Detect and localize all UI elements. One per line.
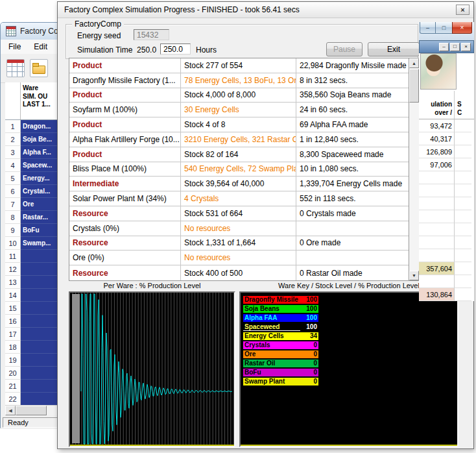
sim-table-cell: Product [69,117,181,132]
sim-table-row[interactable]: ProductStock 82 of 1648,300 Spaceweed ma… [69,147,409,162]
mdi-restore-button[interactable]: □ [450,43,460,51]
mdi-minimize-button[interactable]: – [439,43,449,51]
simulation-turnover-header[interactable]: ulationover / [419,91,455,119]
right-column-row[interactable]: 357,604 [419,262,474,275]
row-number[interactable]: 9 [5,224,21,237]
row-number[interactable]: 21 [5,380,21,393]
right-column-row[interactable]: 40,317 [419,132,474,145]
ware-key-label: Crystals [243,341,300,349]
maximize-button[interactable]: □ [436,22,452,34]
horizontal-scroll-thumb[interactable] [16,406,47,415]
right-column-sc-cell [455,132,471,145]
mdi-child-titlebar[interactable]: – □ × [419,40,474,53]
row-number[interactable]: 16 [5,315,21,328]
row-number[interactable]: 6 [5,185,21,198]
right-column-row[interactable] [419,223,474,236]
sim-table-row[interactable]: Bliss Place M (100%)540 Energy Cells, 72… [69,162,409,177]
menu-edit[interactable]: Edit [34,42,47,51]
scroll-up-button[interactable]: ▲ [409,58,419,68]
sc-column-header[interactable]: SC [455,91,471,119]
sim-table-cell: 8 in 312 secs. [296,73,409,88]
spreadsheet-icon[interactable] [6,59,25,77]
right-column-row[interactable] [419,210,474,223]
right-column-sc-cell [455,275,471,288]
ware-key-panel: Dragonfly Missile100Soja Beans100Alpha F… [239,291,458,447]
sim-table-row[interactable]: Crystals (0%)No resources [69,221,409,236]
right-column-row[interactable] [419,236,474,249]
sim-table-cell: Solar Power Plant M (34%) [69,191,181,206]
row-number[interactable]: 11 [5,250,21,263]
row-number[interactable]: 7 [5,198,21,211]
right-column-row[interactable] [419,275,474,288]
sim-table-row[interactable]: ResourceStock 400 of 5000 Rastar Oil mad… [69,265,409,280]
sim-table-row[interactable]: ProductStock 277 of 55422,984 Dragonfly … [69,58,409,73]
mdi-close-button[interactable]: × [461,43,471,51]
row-number[interactable]: 18 [5,341,21,354]
row-number[interactable]: 2 [5,133,21,146]
row-number[interactable]: 10 [5,237,21,250]
anime-picture [420,53,457,90]
row-number[interactable]: 8 [5,211,21,224]
close-button[interactable]: × [452,22,472,34]
row-number[interactable]: 17 [5,328,21,341]
dialog-titlebar[interactable]: Factory Complex Simulation Progress - FI… [58,2,473,18]
sim-table-row[interactable]: Ore (0%)No resources [69,251,409,265]
right-column-sc-cell [455,171,471,184]
sim-table-cell: Stock 531 of 664 [181,206,296,221]
scroll-down-button[interactable]: ▼ [409,271,419,280]
ware-key-row: Soja Beans100 [243,305,318,313]
minimize-button[interactable]: – [420,22,436,34]
sim-table-row[interactable]: ProductStock 4 of 869 Alpha FAA made [69,117,409,132]
sheet-corner-cell[interactable] [5,82,21,119]
row-number[interactable]: 14 [5,289,21,302]
right-column-sc-cell [455,197,471,210]
row-number[interactable]: 19 [5,354,21,367]
menu-file[interactable]: File [8,42,21,51]
sim-table-row[interactable]: IntermediateStock 39,564 of 40,0001,339,… [69,177,409,191]
sim-table-cell: Resource [69,236,181,251]
right-column-row[interactable] [419,184,474,197]
sim-table-cell: 552 in 118 secs. [296,191,409,206]
open-folder-icon[interactable] [30,59,48,77]
right-column-row[interactable] [419,171,474,184]
ware-key-value: 100 [300,296,318,304]
row-number[interactable]: 22 [5,393,21,406]
group-legend: FactoryComp [72,19,124,29]
ware-key-label: Ore [243,350,300,358]
sim-table-row[interactable]: Soyfarm M (100%)30 Energy Cells24 in 60 … [69,103,409,117]
sim-table-cell: Ore (0%) [69,251,181,265]
scroll-left-button[interactable]: ◀ [5,406,16,415]
sim-table-row[interactable]: ResourceStock 1,331 of 1,6640 Ore made [69,236,409,251]
right-column-row[interactable] [419,249,474,262]
right-column-sc-cell [455,262,471,275]
right-column-row[interactable]: 93,472 [419,119,474,132]
sim-table-row[interactable]: ResourceStock 531 of 6640 Crystals made [69,206,409,221]
sim-table-row[interactable]: Solar Power Plant M (34%)4 Crystals552 i… [69,191,409,206]
sim-time-input[interactable]: 250.0 [160,43,191,55]
exit-button[interactable]: Exit [368,42,420,56]
right-column-row[interactable]: 126,809 [419,145,474,158]
left-chart-title: Per Ware : % Production Level [69,282,235,291]
row-number[interactable]: 1 [5,120,21,133]
sim-table-row[interactable]: Alpha Flak Artillery Forge (10...3210 En… [69,132,409,147]
dialog-close-button[interactable]: × [456,5,470,15]
right-column-row[interactable]: 130,864 [419,288,474,301]
sim-table-cell [296,221,409,236]
row-number[interactable]: 4 [5,159,21,172]
row-number[interactable]: 5 [5,172,21,185]
scroll-thumb[interactable] [409,69,419,103]
row-number[interactable]: 20 [5,367,21,380]
right-column-row[interactable]: 97,006 [419,158,474,171]
row-number[interactable]: 3 [5,146,21,159]
sim-table-row[interactable]: ProductStock 4,000 of 8,000358,560 Soja … [69,88,409,103]
scroll-track[interactable] [409,103,419,271]
row-number[interactable]: 15 [5,302,21,315]
row-number[interactable]: 12 [5,263,21,276]
ware-key-legend: Dragonfly Missile100Soja Beans100Alpha F… [243,296,318,387]
ware-key-value: 100 [300,323,318,331]
right-column-sc-cell [455,119,471,132]
row-number[interactable]: 13 [5,276,21,289]
right-column-row[interactable] [419,197,474,210]
sim-table-row[interactable]: Dragonfly Missile Factory (1...78 Energy… [69,73,409,88]
table-scrollbar[interactable]: ▲ ▼ [409,58,419,280]
